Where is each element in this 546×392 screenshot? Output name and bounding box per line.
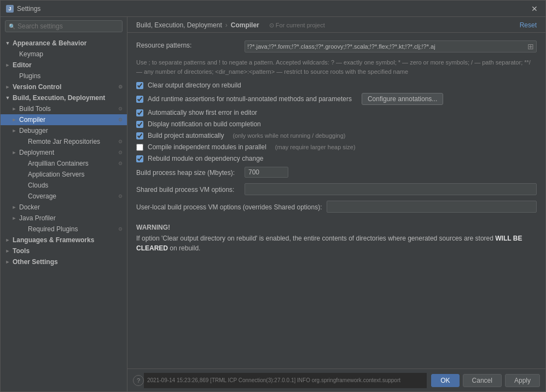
sidebar-item-label: Docker <box>19 203 123 211</box>
sidebar-item-version-control[interactable]: ► Version Control ⚙ <box>1 81 127 92</box>
sidebar-item-arquillian-containers[interactable]: Arquillian Containers ⚙ <box>1 158 127 169</box>
arrow-icon: ► <box>11 204 17 210</box>
log-bar: 2021-09-14 15:23:26,869 [TRML ICP Connec… <box>144 373 427 388</box>
sidebar-item-appearance-behavior[interactable]: ▼ Appearance & Behavior <box>1 38 127 49</box>
bottom-buttons: OK Cancel Apply <box>431 374 540 387</box>
arrow-icon: ► <box>5 259 10 265</box>
search-box[interactable]: 🔍 <box>5 20 123 32</box>
resource-patterns-input[interactable] <box>247 43 527 50</box>
sidebar-item-label: Debugger <box>19 127 123 134</box>
shared-vm-row: Shared build process VM options: <box>136 183 537 195</box>
sidebar-item-clouds[interactable]: Clouds <box>1 180 127 191</box>
search-input[interactable] <box>18 22 119 30</box>
main-content: 🔍 ▼ Appearance & Behavior Keymap ► Edito… <box>1 17 545 391</box>
settings-icon: ⚙ <box>118 150 123 155</box>
sidebar-item-required-plugins[interactable]: Required Plugins ⚙ <box>1 224 127 235</box>
sidebar-item-other-settings[interactable]: ► Other Settings <box>1 256 127 267</box>
settings-area: Resource patterns: ⊞ Use ; to separate p… <box>127 33 545 368</box>
shared-vm-input[interactable] <box>245 183 537 195</box>
sidebar-item-label: Application Servers <box>28 171 123 178</box>
resource-patterns-label: Resource patterns: <box>136 40 240 49</box>
sidebar-item-tools[interactable]: ► Tools <box>1 245 127 256</box>
sidebar-item-label: Arquillian Containers <box>28 160 116 167</box>
nav-tree: ▼ Appearance & Behavior Keymap ► Editor … <box>1 36 127 391</box>
settings-icon: ⚙ <box>118 139 123 144</box>
warning-box: WARNING! If option 'Clear output directo… <box>136 218 537 259</box>
build-auto-note: (only works while not running / debuggin… <box>233 132 345 139</box>
checkbox-build-auto: Build project automatically (only works … <box>136 132 537 139</box>
expand-icon[interactable]: ⊞ <box>527 42 534 51</box>
warning-title: WARNING! <box>136 224 537 231</box>
arrow-icon: ► <box>11 128 17 133</box>
checkbox-clear-output: Clear output directory on rebuild <box>136 81 537 89</box>
settings-icon: ⚙ <box>118 84 123 90</box>
configure-annotations-button[interactable]: Configure annotations... <box>362 93 443 105</box>
arrow-icon: ► <box>11 106 17 112</box>
checkbox-rebuild-dependency: Rebuild module on dependency change <box>136 155 537 162</box>
resource-patterns-row: Resource patterns: ⊞ <box>136 40 537 52</box>
title-bar-left: J Settings <box>6 5 40 13</box>
sidebar-item-coverage[interactable]: Coverage ⚙ <box>1 191 127 202</box>
add-runtime-label: Add runtime assertions for notnull-annot… <box>148 95 352 103</box>
shared-vm-label: Shared build process VM options: <box>136 185 240 194</box>
reset-button[interactable]: Reset <box>520 21 537 29</box>
auto-show-label: Automatically show first error in editor <box>148 109 257 116</box>
sidebar-item-label: Tools <box>13 247 123 255</box>
build-auto-label: Build project automatically <box>148 132 224 139</box>
sidebar-item-docker[interactable]: ► Docker <box>1 202 127 213</box>
arrow-icon: ► <box>5 62 10 68</box>
rebuild-dependency-label: Rebuild module on dependency change <box>148 155 264 162</box>
sidebar-item-remote-jar-repositories[interactable]: Remote Jar Repositories ⚙ <box>1 136 127 147</box>
app-icon: J <box>6 5 14 13</box>
breadcrumb-path2: Compiler <box>231 21 259 29</box>
breadcrumb: Build, Execution, Deployment › Compiler … <box>136 21 325 29</box>
heap-size-input[interactable] <box>245 167 288 178</box>
sidebar-item-plugins[interactable]: Plugins <box>1 71 127 81</box>
sidebar-item-label: Languages & Frameworks <box>13 236 123 244</box>
settings-icon: ⚙ <box>118 117 123 122</box>
rebuild-dependency-checkbox[interactable] <box>136 155 143 162</box>
arrow-icon: ► <box>11 215 17 221</box>
add-runtime-checkbox[interactable] <box>136 96 143 103</box>
build-auto-checkbox[interactable] <box>136 132 143 139</box>
sidebar-item-languages-frameworks[interactable]: ► Languages & Frameworks <box>1 235 127 245</box>
arrow-icon: ► <box>11 150 17 155</box>
arrow-icon: ► <box>11 117 17 122</box>
sidebar-item-editor[interactable]: ► Editor <box>1 60 127 71</box>
compile-parallel-label: Compile independent modules in parallel <box>148 143 266 151</box>
sidebar-item-java-profiler[interactable]: ► Java Profiler <box>1 213 127 224</box>
breadcrumb-path1: Build, Execution, Deployment <box>136 21 222 29</box>
cancel-button[interactable]: Cancel <box>463 374 502 387</box>
log-text: 2021-09-14 15:23:26,869 [TRML ICP Connec… <box>147 377 400 383</box>
resource-patterns-input-wrap[interactable]: ⊞ <box>245 40 537 52</box>
title-bar: J Settings ✕ <box>1 1 545 17</box>
ok-button[interactable]: OK <box>431 374 459 387</box>
sidebar-item-compiler[interactable]: ► Compiler ⚙ <box>1 114 127 125</box>
sidebar-item-application-servers[interactable]: Application Servers <box>1 169 127 180</box>
checkbox-add-runtime: Add runtime assertions for notnull-annot… <box>136 93 537 105</box>
sidebar: 🔍 ▼ Appearance & Behavior Keymap ► Edito… <box>1 17 127 391</box>
breadcrumb-bar: Build, Execution, Deployment › Compiler … <box>127 17 545 33</box>
auto-show-checkbox[interactable] <box>136 109 143 116</box>
sidebar-item-label: Plugins <box>19 72 123 80</box>
user-local-vm-label: User-local build process VM options (ove… <box>136 202 322 211</box>
help-button[interactable]: ? <box>133 375 144 386</box>
sidebar-item-label: Build Tools <box>19 105 116 113</box>
sidebar-item-deployment[interactable]: ► Deployment ⚙ <box>1 147 127 158</box>
sidebar-item-label: Keymap <box>19 50 123 58</box>
sidebar-item-build-tools[interactable]: ► Build Tools ⚙ <box>1 103 127 114</box>
arrow-icon: ► <box>5 248 10 254</box>
apply-button[interactable]: Apply <box>505 374 540 387</box>
sidebar-item-debugger[interactable]: ► Debugger <box>1 125 127 136</box>
settings-icon: ⚙ <box>118 226 123 232</box>
settings-icon: ⚙ <box>118 106 123 112</box>
clear-output-checkbox[interactable] <box>136 82 143 89</box>
sidebar-item-keymap[interactable]: Keymap <box>1 49 127 60</box>
display-notification-checkbox[interactable] <box>136 121 143 128</box>
sidebar-item-build-execution-deployment[interactable]: ▼ Build, Execution, Deployment <box>1 92 127 103</box>
close-button[interactable]: ✕ <box>529 4 540 13</box>
breadcrumb-hint: ⊙ For current project <box>269 22 325 29</box>
compile-parallel-checkbox[interactable] <box>136 144 143 151</box>
right-panel: Build, Execution, Deployment › Compiler … <box>127 17 545 391</box>
user-local-vm-input[interactable] <box>327 201 537 213</box>
